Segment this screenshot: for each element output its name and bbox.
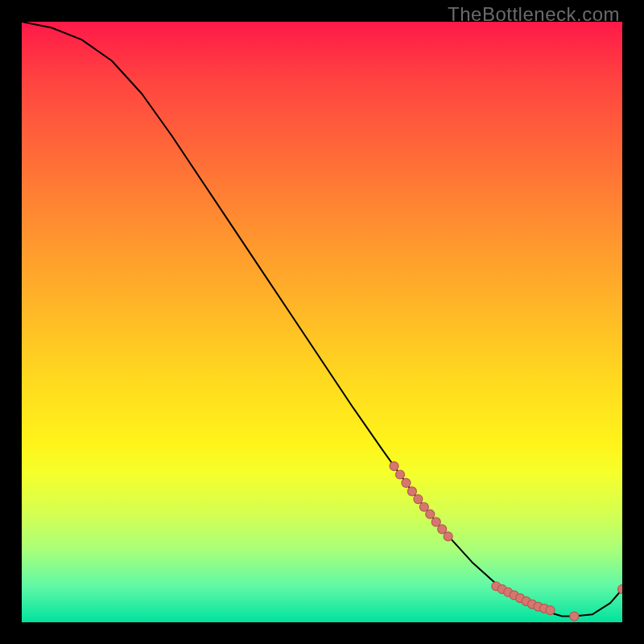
gradient-background bbox=[22, 22, 622, 622]
chart-frame: TheBottleneck.com bbox=[0, 0, 644, 644]
plot-area bbox=[22, 22, 622, 622]
